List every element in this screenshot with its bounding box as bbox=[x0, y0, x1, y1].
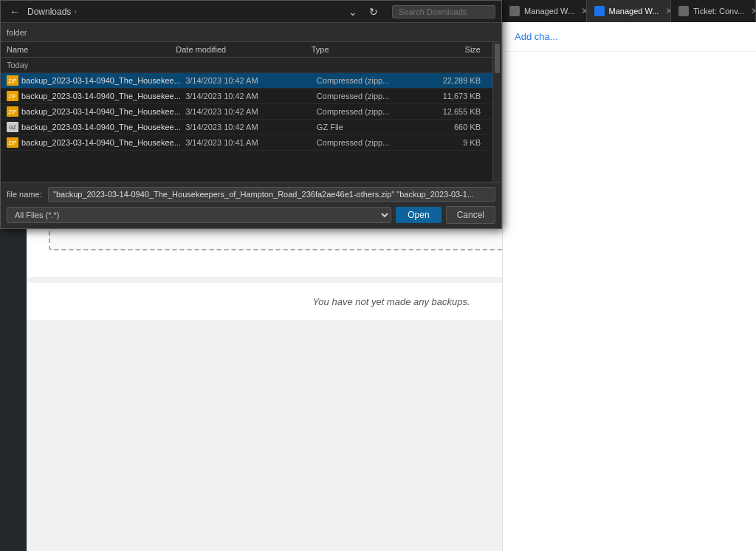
tab-favicon-1 bbox=[594, 6, 605, 16]
file-size: 12,655 KB bbox=[415, 107, 487, 116]
file-rows-container: ZIP backup_2023-03-14-0940_The_Housekee.… bbox=[1, 73, 492, 151]
toolbar-folder-label: folder bbox=[7, 28, 27, 37]
browser-tab-2[interactable]: Ticket: Conv... ✕ bbox=[671, 0, 756, 22]
dialog-search-input[interactable] bbox=[392, 5, 495, 18]
file-row[interactable]: ZIP backup_2023-03-14-0940_The_Housekee.… bbox=[1, 73, 492, 89]
file-icon: ZIP bbox=[7, 137, 18, 148]
today-group-label: Today bbox=[7, 61, 28, 69]
file-icon: ZIP bbox=[7, 91, 18, 101]
dialog-toolbar: folder bbox=[1, 23, 501, 42]
no-backups-text: You have not yet made any backups. bbox=[312, 296, 470, 307]
file-list-header: Name Date modified Type Size bbox=[1, 42, 492, 58]
tab-label-0: Managed W... bbox=[524, 7, 574, 16]
col-type-header[interactable]: Type bbox=[312, 45, 413, 54]
file-type: Compressed (zipp... bbox=[317, 138, 415, 147]
file-dialog: ← Downloads › ⌄ ↻ folder Name Date modif… bbox=[0, 0, 502, 229]
footer-filename-row: file name: bbox=[7, 187, 495, 202]
breadcrumb-separator: › bbox=[74, 7, 76, 16]
dialog-scrollbar[interactable] bbox=[492, 42, 501, 182]
file-row[interactable]: ZIP backup_2023-03-14-0940_The_Housekee.… bbox=[1, 104, 492, 120]
file-list-area[interactable]: Name Date modified Type Size Today ZIP b… bbox=[1, 42, 492, 182]
tab-favicon-0 bbox=[509, 6, 520, 16]
footer-actions-row: All Files (*.*) Open Cancel bbox=[7, 206, 495, 224]
file-row[interactable]: GZ backup_2023-03-14-0940_The_Housekee..… bbox=[1, 120, 492, 135]
tab-label-1: Managed W... bbox=[609, 7, 659, 16]
col-size-header[interactable]: Size bbox=[413, 45, 487, 54]
dialog-dropdown-button[interactable]: ⌄ bbox=[345, 4, 361, 19]
file-row[interactable]: ZIP backup_2023-03-14-0940_The_Housekee.… bbox=[1, 89, 492, 104]
dialog-footer: file name: All Files (*.*) Open Cancel bbox=[1, 182, 501, 228]
dialog-cancel-button[interactable]: Cancel bbox=[446, 206, 495, 224]
footer-filename-label: file name: bbox=[7, 190, 44, 199]
col-date-header[interactable]: Date modified bbox=[176, 45, 311, 54]
file-icon: ZIP bbox=[7, 75, 18, 86]
dialog-breadcrumb: Downloads › bbox=[27, 7, 340, 17]
scrollbar-thumb bbox=[495, 44, 500, 73]
browser-tab-0[interactable]: Managed W... ✕ bbox=[502, 0, 587, 22]
file-size: 22,289 KB bbox=[415, 76, 487, 85]
file-name: backup_2023-03-14-0940_The_Housekee... bbox=[21, 76, 185, 85]
file-date: 3/14/2023 10:42 AM bbox=[185, 107, 317, 116]
dialog-back-button[interactable]: ← bbox=[7, 4, 23, 19]
file-name: backup_2023-03-14-0940_The_Housekee... bbox=[21, 92, 185, 100]
file-row[interactable]: ZIP backup_2023-03-14-0940_The_Housekee.… bbox=[1, 135, 492, 151]
dialog-refresh-button[interactable]: ↻ bbox=[365, 4, 382, 19]
dialog-open-button[interactable]: Open bbox=[396, 207, 441, 223]
file-size: 9 KB bbox=[415, 138, 487, 147]
tab-close-1[interactable]: ✕ bbox=[663, 5, 671, 17]
dialog-body: Name Date modified Type Size Today ZIP b… bbox=[1, 42, 501, 182]
file-type: Compressed (zipp... bbox=[317, 92, 415, 100]
today-group-header: Today bbox=[1, 58, 492, 73]
tab-close-2[interactable]: ✕ bbox=[749, 5, 756, 17]
file-size: 11,673 KB bbox=[415, 92, 487, 100]
browser-tab-1[interactable]: Managed W... ✕ bbox=[587, 0, 672, 22]
footer-filetype-select[interactable]: All Files (*.*) bbox=[7, 207, 391, 223]
browser-tabs-bar: Managed W... ✕ Managed W... ✕ Ticket: Co… bbox=[502, 0, 756, 22]
file-icon: GZ bbox=[7, 122, 18, 132]
file-date: 3/14/2023 10:42 AM bbox=[185, 92, 317, 100]
file-name: backup_2023-03-14-0940_The_Housekee... bbox=[21, 138, 185, 147]
tab-label-2: Ticket: Conv... bbox=[693, 7, 744, 16]
tab-favicon-2 bbox=[678, 6, 689, 16]
file-name: backup_2023-03-14-0940_The_Housekee... bbox=[21, 107, 185, 116]
file-size: 660 KB bbox=[415, 123, 487, 131]
dialog-titlebar: ← Downloads › ⌄ ↻ bbox=[1, 1, 501, 23]
col-name-header[interactable]: Name bbox=[7, 45, 176, 54]
tab-close-0[interactable]: ✕ bbox=[579, 5, 587, 17]
file-type: GZ File bbox=[317, 123, 415, 131]
file-type: Compressed (zipp... bbox=[317, 107, 415, 116]
right-panel: Add cha... bbox=[502, 22, 756, 551]
dialog-title-controls: ⌄ ↻ bbox=[345, 4, 495, 19]
footer-filename-input[interactable] bbox=[48, 187, 495, 202]
file-date: 3/14/2023 10:42 AM bbox=[185, 123, 317, 131]
file-icon: ZIP bbox=[7, 106, 18, 117]
breadcrumb-root: Downloads bbox=[27, 7, 71, 17]
file-name: backup_2023-03-14-0940_The_Housekee... bbox=[21, 123, 185, 131]
file-date: 3/14/2023 10:41 AM bbox=[185, 138, 317, 147]
file-type: Compressed (zipp... bbox=[317, 76, 415, 85]
add-chat-link[interactable]: Add cha... bbox=[503, 22, 756, 52]
file-date: 3/14/2023 10:42 AM bbox=[185, 76, 317, 85]
